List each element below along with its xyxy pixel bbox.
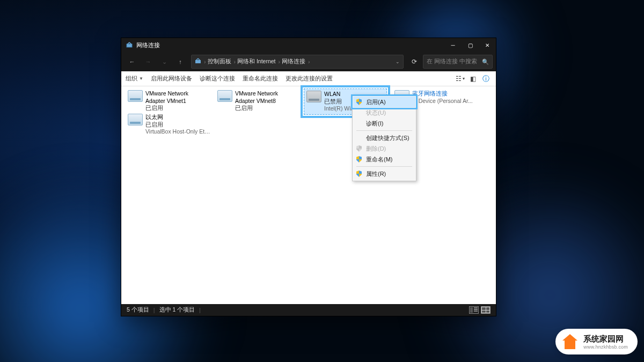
- address-dropdown-icon[interactable]: ⌄: [396, 59, 400, 64]
- ctx-shortcut[interactable]: 创建快捷方式(S): [353, 132, 415, 143]
- adapter-status: 已启用: [145, 121, 213, 129]
- adapter-ethernet[interactable]: 以太网 已启用 VirtualBox Host-Only Ethernet ..…: [126, 112, 214, 137]
- ctx-status: 状态(U): [353, 107, 415, 118]
- ctx-separator: [356, 130, 412, 131]
- ctx-separator: [356, 166, 412, 167]
- status-selection: 选中 1 个项目: [159, 306, 195, 314]
- adapter-name: VMware Network Adapter VMnet1: [145, 90, 207, 105]
- adapter-status: 已启用: [235, 105, 297, 112]
- toolbar: 组织▼ 启用此网络设备 诊断这个连接 重命名此连接 更改此连接的设置 ☷▾ ◧ …: [121, 71, 496, 86]
- status-items-count: 5 个项目: [127, 306, 149, 314]
- organize-menu[interactable]: 组织▼: [126, 75, 143, 83]
- change-settings-button[interactable]: 更改此连接的设置: [286, 75, 333, 83]
- network-adapter-icon: [127, 90, 143, 106]
- preview-pane-button[interactable]: ◧: [467, 73, 479, 85]
- help-icon[interactable]: ⓘ: [480, 73, 492, 85]
- shield-icon: [355, 145, 363, 152]
- ctx-enable[interactable]: 启用(A): [353, 97, 415, 107]
- adapter-vmnet1[interactable]: VMware Network Adapter VMnet1 已启用: [126, 88, 209, 114]
- app-icon: [126, 41, 133, 49]
- adapter-status: 已启用: [145, 105, 207, 112]
- forward-button[interactable]: →: [141, 54, 156, 69]
- watermark-title: 系统家园网: [583, 334, 628, 344]
- adapter-desc: VirtualBox Host-Only Ethernet ...: [145, 128, 213, 136]
- icons-view-button[interactable]: [481, 306, 491, 314]
- ctx-properties[interactable]: 属性(R): [353, 168, 415, 179]
- maximize-button[interactable]: ▢: [462, 38, 479, 52]
- ctx-diagnose[interactable]: 诊断(I): [353, 118, 415, 129]
- adapter-vmnet8[interactable]: VMware Network Adapter VMnet8 已启用: [215, 88, 298, 114]
- window-title: 网络连接: [136, 41, 444, 49]
- ctx-delete: 删除(D): [353, 143, 415, 154]
- adapter-desc: th Device (Personal Ar...: [412, 98, 473, 105]
- shield-icon: [355, 156, 363, 163]
- details-view-button[interactable]: [469, 306, 479, 314]
- explorer-window: 网络连接 ─ ▢ ✕ ← → ⌄ ↑ › 控制面板 › 网络和 Internet…: [121, 38, 496, 316]
- minimize-button[interactable]: ─: [444, 38, 462, 52]
- up-button[interactable]: ↑: [173, 54, 188, 69]
- search-input[interactable]: 在 网络连接 中搜索 🔍: [423, 55, 493, 69]
- breadcrumb-item[interactable]: 网络连接: [282, 58, 305, 65]
- search-placeholder: 在 网络连接 中搜索: [427, 58, 482, 65]
- network-adapter-icon: [217, 90, 233, 106]
- context-menu: 启用(A) 状态(U) 诊断(I) 创建快捷方式(S) 删除(D) 重命名(M)…: [352, 94, 416, 181]
- address-icon: [195, 58, 202, 65]
- content-area: VMware Network Adapter VMnet1 已启用 VMware…: [121, 86, 496, 304]
- titlebar: 网络连接 ─ ▢ ✕: [121, 38, 496, 52]
- watermark-url: www.hnzkhbsb.com: [583, 344, 628, 350]
- refresh-button[interactable]: ⟳: [407, 55, 422, 69]
- adapter-name: 蓝牙网络连接: [412, 90, 473, 98]
- adapter-name: 以太网: [145, 114, 213, 121]
- rename-button[interactable]: 重命名此连接: [243, 75, 278, 83]
- view-options-button[interactable]: ☷▾: [454, 73, 466, 85]
- enable-device-button[interactable]: 启用此网络设备: [151, 75, 192, 83]
- close-button[interactable]: ✕: [479, 38, 496, 52]
- ethernet-adapter-icon: [127, 114, 143, 130]
- statusbar: 5 个项目 | 选中 1 个项目 |: [121, 304, 496, 316]
- adapter-name: VMware Network Adapter VMnet8: [235, 90, 297, 105]
- search-icon: 🔍: [482, 58, 489, 65]
- house-icon: [560, 331, 580, 352]
- back-button[interactable]: ←: [125, 54, 140, 69]
- navbar: ← → ⌄ ↑ › 控制面板 › 网络和 Internet › 网络连接 › ⌄…: [121, 52, 496, 71]
- address-bar[interactable]: › 控制面板 › 网络和 Internet › 网络连接 › ⌄: [191, 55, 404, 69]
- ctx-rename[interactable]: 重命名(M): [353, 154, 415, 165]
- breadcrumb-item[interactable]: 控制面板: [208, 58, 231, 65]
- wifi-adapter-icon: [306, 91, 322, 107]
- diagnose-button[interactable]: 诊断这个连接: [200, 75, 235, 83]
- watermark-badge: 系统家园网 www.hnzkhbsb.com: [555, 329, 638, 354]
- breadcrumb-item[interactable]: 网络和 Internet: [237, 58, 276, 65]
- shield-icon: [355, 170, 363, 178]
- shield-icon: [355, 98, 363, 106]
- history-dropdown[interactable]: ⌄: [157, 54, 172, 69]
